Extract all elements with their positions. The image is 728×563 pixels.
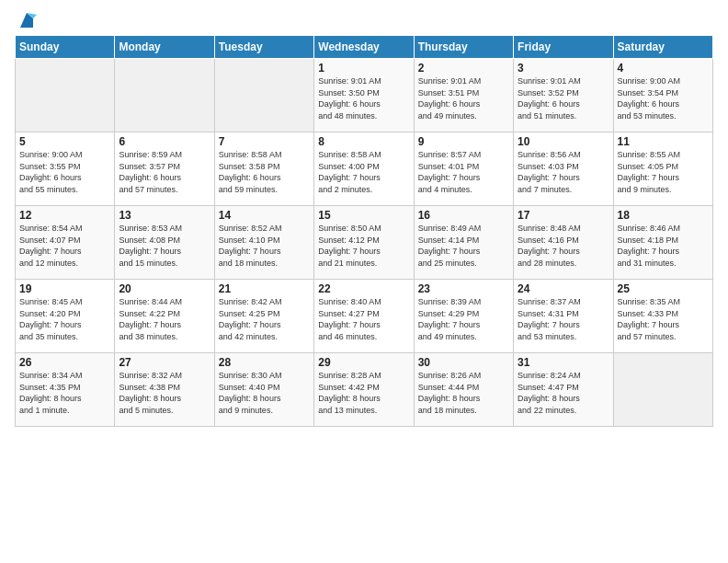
day-info: Sunrise: 8:45 AM Sunset: 4:20 PM Dayligh…: [19, 296, 110, 342]
calendar-cell: [613, 353, 712, 427]
day-number: 15: [318, 209, 409, 222]
calendar-cell: 24Sunrise: 8:37 AM Sunset: 4:31 PM Dayli…: [514, 280, 613, 353]
day-info: Sunrise: 8:40 AM Sunset: 4:27 PM Dayligh…: [318, 296, 409, 342]
day-number: 5: [19, 135, 110, 148]
calendar-cell: 13Sunrise: 8:53 AM Sunset: 4:08 PM Dayli…: [115, 206, 214, 280]
day-number: 7: [219, 135, 310, 148]
day-info: Sunrise: 8:58 AM Sunset: 4:00 PM Dayligh…: [318, 149, 409, 195]
day-info: Sunrise: 9:00 AM Sunset: 3:54 PM Dayligh…: [618, 75, 709, 121]
calendar-cell: [16, 59, 115, 132]
calendar-cell: 10Sunrise: 8:56 AM Sunset: 4:03 PM Dayli…: [514, 132, 613, 206]
day-info: Sunrise: 8:28 AM Sunset: 4:42 PM Dayligh…: [318, 370, 409, 416]
calendar-cell: [115, 59, 214, 132]
day-info: Sunrise: 8:53 AM Sunset: 4:08 PM Dayligh…: [119, 223, 210, 269]
day-info: Sunrise: 8:32 AM Sunset: 4:38 PM Dayligh…: [119, 370, 210, 416]
day-info: Sunrise: 8:37 AM Sunset: 4:31 PM Dayligh…: [518, 296, 609, 342]
calendar-cell: 14Sunrise: 8:52 AM Sunset: 4:10 PM Dayli…: [214, 206, 313, 280]
calendar-cell: 8Sunrise: 8:58 AM Sunset: 4:00 PM Daylig…: [314, 132, 414, 206]
day-info: Sunrise: 8:30 AM Sunset: 4:40 PM Dayligh…: [219, 370, 310, 416]
calendar-week-row: 1Sunrise: 9:01 AM Sunset: 3:50 PM Daylig…: [16, 59, 713, 132]
day-info: Sunrise: 8:49 AM Sunset: 4:14 PM Dayligh…: [418, 223, 509, 269]
day-info: Sunrise: 8:39 AM Sunset: 4:29 PM Dayligh…: [418, 296, 509, 342]
calendar-cell: 25Sunrise: 8:35 AM Sunset: 4:33 PM Dayli…: [613, 280, 712, 353]
weekday-header-sunday: Sunday: [16, 36, 115, 59]
day-number: 1: [318, 62, 409, 75]
day-number: 14: [219, 209, 310, 222]
day-number: 10: [518, 135, 609, 148]
calendar-cell: 1Sunrise: 9:01 AM Sunset: 3:50 PM Daylig…: [314, 59, 414, 132]
calendar-cell: 15Sunrise: 8:50 AM Sunset: 4:12 PM Dayli…: [314, 206, 414, 280]
calendar-cell: 31Sunrise: 8:24 AM Sunset: 4:47 PM Dayli…: [514, 353, 613, 427]
calendar-cell: 12Sunrise: 8:54 AM Sunset: 4:07 PM Dayli…: [16, 206, 115, 280]
day-number: 26: [19, 356, 110, 369]
weekday-header-row: SundayMondayTuesdayWednesdayThursdayFrid…: [16, 36, 713, 59]
day-number: 24: [518, 282, 609, 295]
day-info: Sunrise: 8:59 AM Sunset: 3:57 PM Dayligh…: [119, 149, 210, 195]
day-info: Sunrise: 8:50 AM Sunset: 4:12 PM Dayligh…: [318, 223, 409, 269]
calendar-cell: 5Sunrise: 9:00 AM Sunset: 3:55 PM Daylig…: [16, 132, 115, 206]
calendar-week-row: 5Sunrise: 9:00 AM Sunset: 3:55 PM Daylig…: [16, 132, 713, 206]
calendar-cell: 20Sunrise: 8:44 AM Sunset: 4:22 PM Dayli…: [115, 280, 214, 353]
calendar-cell: 11Sunrise: 8:55 AM Sunset: 4:05 PM Dayli…: [613, 132, 712, 206]
day-info: Sunrise: 8:42 AM Sunset: 4:25 PM Dayligh…: [219, 296, 310, 342]
day-info: Sunrise: 8:24 AM Sunset: 4:47 PM Dayligh…: [518, 370, 609, 416]
day-info: Sunrise: 9:00 AM Sunset: 3:55 PM Dayligh…: [19, 149, 110, 195]
day-number: 29: [318, 356, 409, 369]
day-number: 19: [19, 282, 110, 295]
calendar-week-row: 12Sunrise: 8:54 AM Sunset: 4:07 PM Dayli…: [16, 206, 713, 280]
calendar-cell: 27Sunrise: 8:32 AM Sunset: 4:38 PM Dayli…: [115, 353, 214, 427]
calendar-cell: 17Sunrise: 8:48 AM Sunset: 4:16 PM Dayli…: [514, 206, 613, 280]
day-info: Sunrise: 9:01 AM Sunset: 3:50 PM Dayligh…: [318, 75, 409, 121]
calendar-cell: 6Sunrise: 8:59 AM Sunset: 3:57 PM Daylig…: [115, 132, 214, 206]
day-info: Sunrise: 8:48 AM Sunset: 4:16 PM Dayligh…: [518, 223, 609, 269]
weekday-header-saturday: Saturday: [613, 36, 712, 59]
logo-icon: [17, 11, 37, 31]
day-number: 27: [119, 356, 210, 369]
day-number: 16: [418, 209, 509, 222]
day-number: 6: [119, 135, 210, 148]
calendar-week-row: 19Sunrise: 8:45 AM Sunset: 4:20 PM Dayli…: [16, 280, 713, 353]
day-info: Sunrise: 8:26 AM Sunset: 4:44 PM Dayligh…: [418, 370, 509, 416]
day-number: 11: [618, 135, 709, 148]
day-info: Sunrise: 9:01 AM Sunset: 3:52 PM Dayligh…: [518, 75, 609, 121]
calendar-cell: 28Sunrise: 8:30 AM Sunset: 4:40 PM Dayli…: [214, 353, 313, 427]
calendar-cell: 2Sunrise: 9:01 AM Sunset: 3:51 PM Daylig…: [414, 59, 513, 132]
day-number: 13: [119, 209, 210, 222]
weekday-header-tuesday: Tuesday: [214, 36, 313, 59]
day-info: Sunrise: 8:46 AM Sunset: 4:18 PM Dayligh…: [618, 223, 709, 269]
day-number: 30: [418, 356, 509, 369]
day-info: Sunrise: 8:35 AM Sunset: 4:33 PM Dayligh…: [618, 296, 709, 342]
day-number: 4: [618, 62, 709, 75]
day-info: Sunrise: 8:58 AM Sunset: 3:58 PM Dayligh…: [219, 149, 310, 195]
calendar-cell: 4Sunrise: 9:00 AM Sunset: 3:54 PM Daylig…: [613, 59, 712, 132]
calendar-table: SundayMondayTuesdayWednesdayThursdayFrid…: [15, 35, 713, 427]
day-info: Sunrise: 9:01 AM Sunset: 3:51 PM Dayligh…: [418, 75, 509, 121]
day-info: Sunrise: 8:54 AM Sunset: 4:07 PM Dayligh…: [19, 223, 110, 269]
calendar-cell: [214, 59, 313, 132]
day-number: 25: [618, 282, 709, 295]
weekday-header-thursday: Thursday: [414, 36, 513, 59]
day-number: 2: [418, 62, 509, 75]
logo: [15, 11, 37, 28]
day-number: 9: [418, 135, 509, 148]
day-number: 28: [219, 356, 310, 369]
day-info: Sunrise: 8:56 AM Sunset: 4:03 PM Dayligh…: [518, 149, 609, 195]
day-number: 31: [518, 356, 609, 369]
calendar-cell: 3Sunrise: 9:01 AM Sunset: 3:52 PM Daylig…: [514, 59, 613, 132]
weekday-header-monday: Monday: [115, 36, 214, 59]
calendar-cell: 16Sunrise: 8:49 AM Sunset: 4:14 PM Dayli…: [414, 206, 513, 280]
weekday-header-friday: Friday: [514, 36, 613, 59]
day-number: 8: [318, 135, 409, 148]
day-number: 18: [618, 209, 709, 222]
day-number: 21: [219, 282, 310, 295]
page-container: SundayMondayTuesdayWednesdayThursdayFrid…: [0, 0, 728, 436]
weekday-header-wednesday: Wednesday: [314, 36, 414, 59]
day-number: 17: [518, 209, 609, 222]
calendar-cell: 22Sunrise: 8:40 AM Sunset: 4:27 PM Dayli…: [314, 280, 414, 353]
day-info: Sunrise: 8:57 AM Sunset: 4:01 PM Dayligh…: [418, 149, 509, 195]
calendar-cell: 18Sunrise: 8:46 AM Sunset: 4:18 PM Dayli…: [613, 206, 712, 280]
day-info: Sunrise: 8:44 AM Sunset: 4:22 PM Dayligh…: [119, 296, 210, 342]
calendar-cell: 30Sunrise: 8:26 AM Sunset: 4:44 PM Dayli…: [414, 353, 513, 427]
calendar-cell: 26Sunrise: 8:34 AM Sunset: 4:35 PM Dayli…: [16, 353, 115, 427]
day-info: Sunrise: 8:34 AM Sunset: 4:35 PM Dayligh…: [19, 370, 110, 416]
